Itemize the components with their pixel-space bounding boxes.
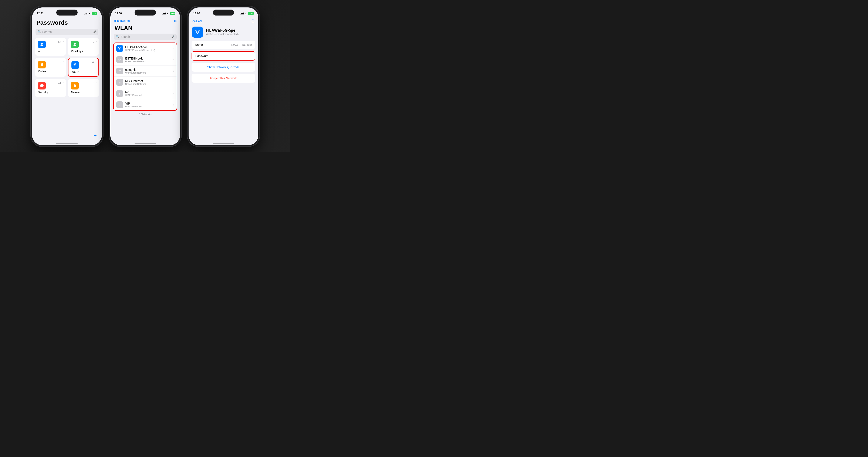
wlan-arrow: ›: [95, 61, 96, 63]
password-row[interactable]: Password: [192, 52, 255, 60]
network-item-huawei[interactable]: HUAWEI-5G-5jie WPA2 Personal (Connected)…: [114, 43, 177, 54]
all-label: All: [38, 50, 63, 53]
esteghlal2-arrow: ›: [173, 70, 174, 72]
nc-info: NC WPA2 Personal: [125, 91, 171, 96]
network-item-msc[interactable]: MSC-Internet Unsecured Network ›: [114, 77, 177, 88]
nc-type: WPA2 Personal: [125, 94, 171, 96]
phone-2-screen: 13:00 ▲ 84% ‹ Passwords: [110, 7, 180, 145]
home-indicator-2: [134, 143, 156, 144]
network-item-esteghlal[interactable]: ESTEGHLAL Unsecured Network ›: [114, 54, 177, 65]
all-count: 54: [58, 40, 61, 43]
security-icon: !: [38, 82, 46, 90]
wlan-count: 6: [92, 61, 94, 64]
signal-bar: [241, 13, 242, 14]
svg-rect-5: [74, 85, 76, 87]
networks-count: 6 Networks: [110, 111, 180, 118]
signal-bar: [162, 14, 163, 14]
add-button[interactable]: +: [94, 132, 97, 139]
battery-2: 84%: [170, 12, 175, 15]
wlan-icon: [71, 61, 79, 69]
back-chevron-icon: ‹: [114, 19, 115, 23]
codes-arrow: ›: [63, 60, 64, 63]
home-indicator-3: [213, 143, 234, 144]
detail-network-name: HUAWEI-5G-5jie: [206, 28, 239, 33]
signal-bar: [243, 12, 244, 14]
wlan-label: WLAN: [71, 70, 95, 73]
codes-label: Codes: [38, 70, 63, 73]
msc-info: MSC-Internet Unsecured Network: [125, 79, 171, 85]
mic-icon-2: 🎤: [172, 35, 175, 38]
huawei-wifi-icon: [116, 45, 123, 52]
signal-bar: [165, 12, 165, 14]
grid-item-security[interactable]: ! 41 › Security: [35, 79, 66, 97]
nc-wifi-icon: [116, 90, 123, 97]
wlan-search-bar[interactable]: 🔍 Search 🎤: [114, 34, 177, 40]
back-chevron-icon: ‹: [192, 20, 193, 23]
detail-screen: ‹ WLAN HUAWEI-5G-5jie WPA2 Personal (Con…: [189, 18, 258, 145]
passwords-title: Passwords: [32, 18, 102, 29]
name-value: HUAWEI-5G-5jie: [229, 43, 252, 47]
grid-item-all[interactable]: 54 › All: [35, 38, 66, 56]
detail-name-section: Name HUAWEI-5G-5jie: [191, 40, 255, 49]
forget-network-button[interactable]: Forget This Network: [191, 74, 255, 83]
msc-wifi-icon: [116, 79, 123, 86]
wifi-status-icon-1: ▲: [88, 12, 91, 15]
grid-item-wlan[interactable]: 6 › WLAN: [68, 58, 99, 77]
signal-bar: [84, 14, 85, 14]
detail-name-row: Name HUAWEI-5G-5jie: [191, 40, 255, 49]
esteghlal-type: Unsecured Network: [125, 60, 171, 63]
battery-3: 84%: [248, 12, 254, 15]
status-time-3: 13:00: [193, 12, 200, 15]
grid-item-passkeys[interactable]: 0 › Passkeys: [68, 38, 99, 56]
detail-nav-bar: ‹ WLAN: [189, 18, 258, 25]
signal-bars-3: [241, 12, 244, 14]
dynamic-island-1: [56, 9, 78, 16]
esteghlal2-type: Unsecured Network: [125, 71, 171, 74]
detail-network-info: HUAWEI-5G-5jie WPA2 Personal (Connected): [206, 28, 239, 36]
network-item-nc[interactable]: NC WPA2 Personal ›: [114, 88, 177, 99]
wlan-search-placeholder: Search: [121, 35, 170, 38]
forget-section: Forget This Network: [191, 74, 255, 83]
forget-label: Forget This Network: [210, 77, 237, 80]
security-count: 41: [58, 82, 61, 85]
show-qr-button[interactable]: Show Network QR Code: [191, 63, 255, 72]
network-item-esteghlal2[interactable]: esteghlal Unsecured Network ›: [114, 65, 177, 77]
grid-item-codes[interactable]: 0 › Codes: [35, 58, 66, 77]
all-icon: [38, 40, 46, 48]
security-label: Security: [38, 91, 63, 94]
detail-back-label: WLAN: [193, 20, 202, 23]
deleted-count: 0: [93, 82, 94, 85]
esteghlal-wifi-icon: [116, 56, 123, 63]
msc-name: MSC-Internet: [125, 79, 171, 83]
phone-2: 13:00 ▲ 84% ‹ Passwords: [109, 6, 181, 147]
vip-name: VIP: [125, 102, 171, 105]
detail-share-icon[interactable]: [251, 19, 255, 24]
codes-icon: [38, 61, 46, 68]
passkeys-count: 0: [93, 40, 94, 43]
vip-arrow: ›: [173, 103, 174, 106]
msc-arrow: ›: [173, 81, 174, 84]
phone-1-screen: 12:41 ▲ 71% Passwords 🔍 Sea: [32, 7, 102, 145]
password-section[interactable]: Password: [191, 51, 255, 61]
vip-type: WPA2 Personal: [125, 105, 171, 108]
wlan-back-label: Passwords: [115, 19, 130, 23]
name-label: Name: [195, 43, 203, 47]
signal-bars-1: [84, 12, 88, 14]
wlan-back-button[interactable]: ‹ Passwords: [114, 19, 130, 23]
svg-text:!: !: [41, 84, 42, 87]
wifi-status-icon-2: ▲: [166, 12, 169, 15]
detail-back-button[interactable]: ‹ WLAN: [192, 20, 202, 23]
detail-network-type: WPA2 Personal (Connected): [206, 33, 239, 36]
signal-bar: [164, 13, 165, 14]
vip-info: VIP WPA2 Personal: [125, 102, 171, 108]
signal-bar: [163, 13, 164, 14]
grid-item-deleted[interactable]: 0 › Deleted: [68, 79, 99, 97]
codes-count: 0: [60, 60, 61, 64]
huawei-type: WPA2 Personal (Connected): [125, 49, 171, 52]
detail-header: HUAWEI-5G-5jie WPA2 Personal (Connected): [189, 25, 258, 40]
wlan-filter-icon[interactable]: ⊕: [174, 19, 177, 23]
passwords-search-bar[interactable]: 🔍 Search 🎤: [35, 29, 98, 35]
status-icons-1: ▲ 71%: [84, 12, 97, 15]
show-qr-label: Show Network QR Code: [207, 65, 240, 69]
network-item-vip[interactable]: VIP WPA2 Personal ›: [114, 99, 177, 110]
